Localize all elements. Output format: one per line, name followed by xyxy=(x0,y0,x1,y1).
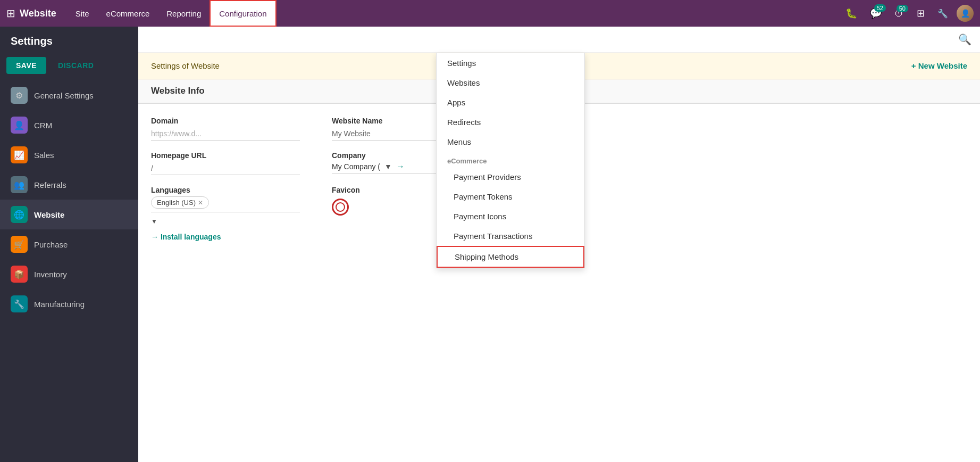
chat-badge: 52 xyxy=(874,4,886,12)
dropdown-item-websites[interactable]: Websites xyxy=(437,73,584,93)
apps-grid-icon: ⊞ xyxy=(917,7,925,19)
nav-site[interactable]: Site xyxy=(67,0,98,27)
dropdown-item-settings[interactable]: Settings xyxy=(437,53,584,73)
notice-text: Settings of Website xyxy=(151,61,220,70)
chat-icon-btn[interactable]: 💬 52 xyxy=(866,5,886,21)
dropdown-item-menus[interactable]: Menus xyxy=(437,132,584,152)
save-button[interactable]: SAVE xyxy=(6,57,46,74)
search-icon: 🔍 xyxy=(958,34,971,45)
sidebar-item-inventory[interactable]: 📦 Inventory xyxy=(0,259,138,289)
tools-icon-btn[interactable]: 🔧 xyxy=(933,6,952,21)
sidebar-label-referrals: Referrals xyxy=(34,180,66,189)
clock-badge: 50 xyxy=(897,5,908,12)
dropdown-item-redirects[interactable]: Redirects xyxy=(437,112,584,132)
referrals-icon: 👥 xyxy=(11,176,28,193)
bug-icon-btn[interactable]: 🐛 xyxy=(841,5,861,21)
new-website-button[interactable]: + New Website xyxy=(911,61,967,70)
purchase-icon: 🛒 xyxy=(11,236,28,253)
dropdown-item-payment-tokens[interactable]: Payment Tokens xyxy=(437,187,584,207)
languages-tag-container: English (US) ✕ xyxy=(151,196,300,212)
company-dropdown-icon: ▼ xyxy=(384,162,392,171)
user-avatar[interactable]: 👤 xyxy=(957,5,974,22)
dropdown-item-payment-providers[interactable]: Payment Providers xyxy=(437,167,584,187)
sidebar-item-sales[interactable]: 📈 Sales xyxy=(0,140,138,170)
bug-icon: 🐛 xyxy=(845,7,857,19)
homepage-label: Homepage URL xyxy=(151,151,300,160)
sidebar-item-crm[interactable]: 👤 CRM xyxy=(0,110,138,140)
inventory-icon: 📦 xyxy=(11,266,28,283)
topbar-right: 🐛 💬 52 ⏱ 50 ⊞ 🔧 👤 xyxy=(841,5,974,22)
languages-group: Languages English (US) ✕ ▼ → Install lan… xyxy=(151,186,300,241)
general-settings-icon: ⚙ xyxy=(11,87,28,104)
homepage-input[interactable] xyxy=(151,162,300,175)
sidebar-label-crm: CRM xyxy=(34,121,52,130)
main-content: 🔍 Settings of Website + New Website Webs… xyxy=(138,27,980,462)
main-header: 🔍 xyxy=(138,27,980,53)
sidebar-item-website[interactable]: 🌐 Website xyxy=(0,200,138,229)
sidebar-label-general-settings: General Settings xyxy=(34,91,94,100)
clock-icon-btn[interactable]: ⏱ 50 xyxy=(890,6,908,21)
sales-icon: 📈 xyxy=(11,146,28,163)
apps-grid-icon-btn[interactable]: ⊞ xyxy=(912,5,929,21)
sidebar-label-inventory: Inventory xyxy=(34,270,67,279)
languages-label: Languages xyxy=(151,186,300,194)
dropdown-item-shipping-methods[interactable]: Shipping Methods xyxy=(437,246,584,268)
nav-reporting[interactable]: Reporting xyxy=(158,0,210,27)
manufacturing-icon: 🔧 xyxy=(11,295,28,312)
sidebar-item-referrals[interactable]: 👥 Referrals xyxy=(0,170,138,200)
nav-ecommerce[interactable]: eCommerce xyxy=(98,0,158,27)
dropdown-section-ecommerce: eCommerce xyxy=(437,152,584,167)
sidebar-label-sales: Sales xyxy=(34,151,54,160)
dropdown-item-payment-transactions[interactable]: Payment Transactions xyxy=(437,226,584,246)
lang-dropdown-arrow[interactable]: ▼ xyxy=(151,218,157,225)
domain-label: Domain xyxy=(151,117,300,125)
company-arrow-icon[interactable]: → xyxy=(396,162,405,171)
language-tag-label: English (US) xyxy=(157,199,196,207)
sidebar-label-manufacturing: Manufacturing xyxy=(34,300,85,309)
config-dropdown: Settings Websites Apps Redirects Menus e… xyxy=(436,53,585,268)
domain-group: Domain xyxy=(151,117,300,141)
lang-dropdown-row: ▼ xyxy=(151,218,300,225)
website-icon: 🌐 xyxy=(11,206,28,223)
favicon-preview[interactable] xyxy=(332,199,349,216)
crm-icon: 👤 xyxy=(11,117,28,134)
sidebar-item-general-settings[interactable]: ⚙ General Settings xyxy=(0,80,138,110)
domain-input[interactable] xyxy=(151,127,300,141)
discard-button[interactable]: DISCARD xyxy=(51,57,101,74)
sidebar-header: Settings xyxy=(0,27,138,53)
install-languages-label: → Install languages xyxy=(151,233,221,241)
topbar: ⊞ Website Site eCommerce Reporting Confi… xyxy=(0,0,980,27)
dropdown-item-payment-icons[interactable]: Payment Icons xyxy=(437,207,584,226)
search-icon-btn[interactable]: 🔍 xyxy=(958,33,971,46)
language-tag: English (US) ✕ xyxy=(151,196,209,209)
dropdown-item-apps[interactable]: Apps xyxy=(437,93,584,112)
nav-configuration[interactable]: Configuration xyxy=(210,0,276,27)
sidebar-menu: ⚙ General Settings 👤 CRM 📈 Sales 👥 Refer… xyxy=(0,80,138,462)
homepage-group: Homepage URL xyxy=(151,151,300,175)
app-logo: Website xyxy=(20,8,56,19)
app-layout: Settings SAVE DISCARD ⚙ General Settings… xyxy=(0,27,980,462)
sidebar-actions: SAVE DISCARD xyxy=(0,53,138,80)
sidebar-item-purchase[interactable]: 🛒 Purchase xyxy=(0,229,138,259)
grid-icon[interactable]: ⊞ xyxy=(6,7,15,20)
favicon-inner xyxy=(336,202,345,212)
tools-icon: 🔧 xyxy=(937,9,948,19)
install-languages-link[interactable]: → Install languages xyxy=(151,233,300,241)
company-value: My Company ( xyxy=(332,162,380,171)
sidebar-item-manufacturing[interactable]: 🔧 Manufacturing xyxy=(0,289,138,319)
sidebar: Settings SAVE DISCARD ⚙ General Settings… xyxy=(0,27,138,462)
sidebar-label-purchase: Purchase xyxy=(34,240,68,249)
sidebar-label-website: Website xyxy=(34,210,64,219)
top-nav: Site eCommerce Reporting Configuration xyxy=(67,0,841,27)
sidebar-title: Settings xyxy=(11,35,128,47)
language-tag-remove[interactable]: ✕ xyxy=(198,199,203,207)
avatar-image: 👤 xyxy=(957,5,974,22)
